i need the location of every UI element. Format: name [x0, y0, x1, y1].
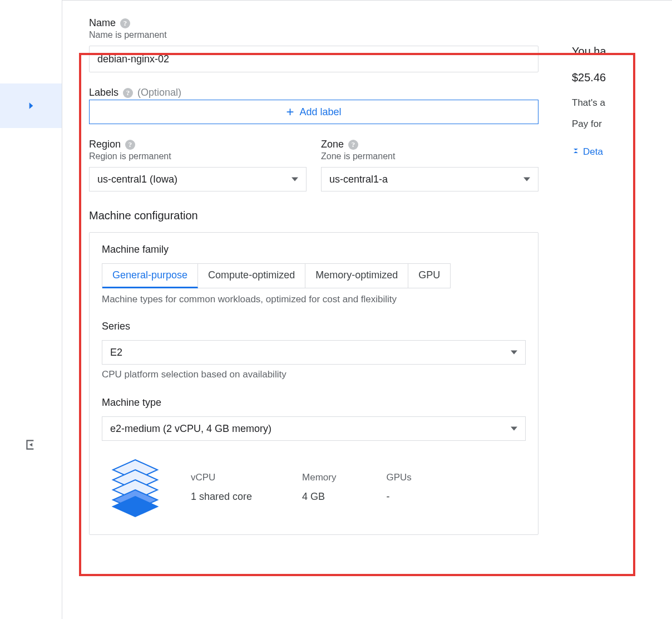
- caret-down-icon: [511, 349, 517, 356]
- labels-optional: (Optional): [137, 87, 181, 99]
- estimate-heading: You ha: [572, 45, 650, 58]
- machine-family-tabs: General-purpose Compute-optimized Memory…: [102, 263, 451, 288]
- series-desc: CPU platform selection based on availabi…: [102, 369, 526, 380]
- spec-gpus-label: GPUs: [386, 472, 411, 483]
- spec-memory: Memory 4 GB: [302, 472, 336, 503]
- zone-select[interactable]: us-central1-a: [321, 167, 538, 191]
- labels-label: Labels: [89, 87, 118, 99]
- zone-label: Zone: [321, 139, 344, 150]
- details-link[interactable]: Deta: [572, 146, 650, 158]
- machine-type-label: Machine type: [102, 397, 526, 409]
- help-icon[interactable]: ?: [123, 88, 133, 98]
- series-label: Series: [102, 321, 526, 332]
- machine-family-desc: Machine types for common workloads, opti…: [102, 294, 526, 305]
- name-field-block: Name ? Name is permanent: [89, 17, 538, 72]
- add-label-button[interactable]: + Add label: [89, 100, 538, 124]
- caret-down-icon: [523, 176, 530, 183]
- estimate-price: $25.46: [572, 71, 650, 84]
- series-value: E2: [110, 347, 122, 358]
- name-label: Name: [89, 17, 116, 29]
- zone-sublabel: Zone is permanent: [321, 151, 538, 161]
- details-text: Deta: [583, 146, 603, 158]
- help-icon[interactable]: ?: [120, 18, 130, 28]
- caret-down-icon: [291, 176, 298, 183]
- caret-down-icon: [511, 425, 517, 432]
- stack-layers-icon: [102, 456, 169, 518]
- machine-type-value: e2-medium (2 vCPU, 4 GB memory): [110, 423, 271, 435]
- tab-gpu[interactable]: GPU: [408, 264, 450, 288]
- zone-value: us-central1-a: [329, 174, 388, 185]
- left-nav-rail: [0, 0, 62, 619]
- spec-memory-value: 4 GB: [302, 491, 336, 503]
- name-sublabel: Name is permanent: [89, 30, 538, 40]
- spec-gpus-value: -: [386, 491, 411, 503]
- nav-active-item[interactable]: [0, 83, 62, 128]
- estimate-line-3: That's a: [572, 97, 650, 109]
- machine-family-label: Machine family: [102, 244, 526, 256]
- help-icon[interactable]: ?: [348, 140, 358, 150]
- region-select[interactable]: us-central1 (Iowa): [89, 167, 307, 191]
- chevron-right-icon: [26, 100, 37, 111]
- add-label-text: Add label: [299, 106, 341, 118]
- name-input[interactable]: [89, 46, 538, 72]
- spec-summary: vCPU 1 shared core Memory 4 GB GPUs -: [102, 456, 526, 518]
- estimate-line-4: Pay for: [572, 119, 650, 130]
- machine-type-select[interactable]: e2-medium (2 vCPU, 4 GB memory): [102, 416, 526, 441]
- machine-config-panel: Machine family General-purpose Compute-o…: [89, 232, 538, 535]
- spec-vcpu-label: vCPU: [191, 472, 252, 483]
- machine-config-title: Machine configuration: [89, 209, 538, 222]
- spec-vcpu: vCPU 1 shared core: [191, 472, 252, 503]
- region-sublabel: Region is permanent: [89, 151, 307, 161]
- tab-compute-optimized[interactable]: Compute-optimized: [198, 264, 305, 288]
- region-label: Region: [89, 139, 121, 150]
- zone-field-block: Zone ? Zone is permanent us-central1-a: [321, 139, 538, 191]
- tab-memory-optimized[interactable]: Memory-optimized: [305, 264, 408, 288]
- expand-icon: [572, 146, 580, 158]
- plus-icon: +: [286, 105, 294, 119]
- region-value: us-central1 (Iowa): [97, 174, 177, 185]
- tab-general-purpose[interactable]: General-purpose: [102, 264, 198, 288]
- series-select[interactable]: E2: [102, 340, 526, 365]
- spec-vcpu-value: 1 shared core: [191, 491, 252, 503]
- region-field-block: Region ? Region is permanent us-central1…: [89, 139, 307, 191]
- labels-field-block: Labels ? (Optional) + Add label: [89, 87, 538, 124]
- spec-gpus: GPUs -: [386, 472, 411, 503]
- help-icon[interactable]: ?: [125, 140, 135, 150]
- main-content: Name ? Name is permanent Labels ? (Optio…: [62, 0, 672, 619]
- spec-memory-label: Memory: [302, 472, 336, 483]
- collapse-nav-button[interactable]: [0, 438, 62, 452]
- estimate-sidebar: You ha $25.46 That's a Pay for Deta: [572, 17, 650, 535]
- vm-form: Name ? Name is permanent Labels ? (Optio…: [89, 17, 538, 535]
